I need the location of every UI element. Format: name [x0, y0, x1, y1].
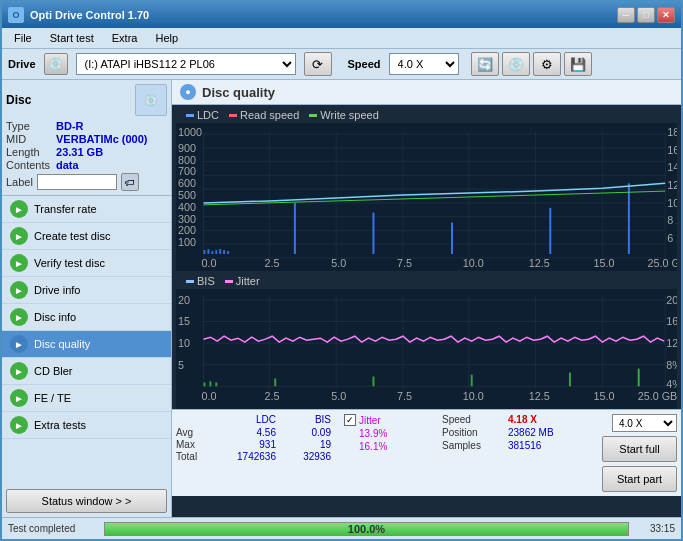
- disc-quality-icon: ►: [10, 335, 28, 353]
- test-speed-select[interactable]: 4.0 X: [612, 414, 677, 432]
- svg-text:12.5: 12.5: [529, 257, 550, 269]
- svg-text:5.0: 5.0: [331, 257, 346, 269]
- avg-jitter: 13.9%: [359, 428, 434, 439]
- jitter-legend-dot: [225, 280, 233, 283]
- disc-quality-title: Disc quality: [202, 85, 275, 100]
- samples-label: Samples: [442, 440, 507, 451]
- window-title: Opti Drive Control 1.70: [30, 9, 149, 21]
- max-jitter: 16.1%: [359, 441, 434, 452]
- svg-text:14 X: 14 X: [667, 161, 677, 173]
- svg-text:10 X: 10 X: [667, 197, 677, 209]
- sidebar-item-verify-test-disc[interactable]: ► Verify test disc: [2, 250, 171, 277]
- bottom-chart-legend: BIS Jitter: [176, 273, 677, 289]
- sidebar-item-disc-info[interactable]: ► Disc info: [2, 304, 171, 331]
- stats-rows: Avg 4.56 0.09 Max 931 19 Total 1742636 3…: [176, 427, 336, 462]
- type-value: BD-R: [56, 120, 167, 132]
- sidebar-item-transfer-rate[interactable]: ► Transfer rate: [2, 196, 171, 223]
- progress-status: Test completed: [8, 523, 98, 534]
- drive-select[interactable]: (I:) ATAPI iHBS112 2 PL06: [76, 53, 296, 75]
- maximize-button[interactable]: □: [637, 7, 655, 23]
- sidebar-item-fe-te[interactable]: ► FE / TE: [2, 385, 171, 412]
- start-full-button[interactable]: Start full: [602, 436, 677, 462]
- right-panel: ● Disc quality LDC Read speed W: [172, 80, 681, 517]
- speed-select[interactable]: 4.0 X: [389, 53, 459, 75]
- bis-col-header: BIS: [276, 414, 331, 425]
- minimize-button[interactable]: ─: [617, 7, 635, 23]
- svg-text:0.0: 0.0: [202, 257, 217, 269]
- contents-label: Contents: [6, 159, 50, 171]
- status-window-label: Status window > >: [42, 495, 132, 507]
- position-row: Position 23862 MB: [442, 427, 594, 438]
- sidebar: Disc 💿 Type BD-R MID VERBATIMc (000) Len…: [2, 80, 172, 517]
- svg-text:200: 200: [178, 224, 196, 236]
- drive-info-label: Drive info: [34, 284, 80, 296]
- length-value: 23.31 GB: [56, 146, 167, 158]
- extra-tests-label: Extra tests: [34, 419, 86, 431]
- title-buttons: ─ □ ✕: [617, 7, 675, 23]
- drive-refresh-button[interactable]: ⟳: [304, 52, 332, 76]
- disc-icon-button[interactable]: 💿: [502, 52, 530, 76]
- svg-text:25.0 GB: 25.0 GB: [648, 257, 677, 269]
- sidebar-item-drive-info[interactable]: ► Drive info: [2, 277, 171, 304]
- svg-text:15: 15: [178, 315, 190, 327]
- progress-bar-outer: 100.0%: [104, 522, 629, 536]
- disc-info-grid: Type BD-R MID VERBATIMc (000) Length 23.…: [6, 120, 167, 171]
- status-window-button[interactable]: Status window > >: [6, 489, 167, 513]
- fe-te-label: FE / TE: [34, 392, 71, 404]
- svg-text:7.5: 7.5: [397, 257, 412, 269]
- mid-label: MID: [6, 133, 50, 145]
- disc-quality-header-icon: ●: [180, 84, 196, 100]
- bis-legend: BIS: [186, 275, 215, 287]
- speed-label: Speed: [348, 58, 381, 70]
- svg-text:600: 600: [178, 177, 196, 189]
- svg-text:16 X: 16 X: [667, 144, 677, 156]
- action-area: 4.0 X Start full Start part: [602, 414, 677, 492]
- svg-rect-39: [219, 249, 221, 254]
- progress-time: 33:15: [635, 523, 675, 534]
- title-bar: O Opti Drive Control 1.70 ─ □ ✕: [2, 2, 681, 28]
- speed-label: Speed: [442, 414, 507, 425]
- svg-text:7.5: 7.5: [397, 390, 412, 402]
- svg-text:15.0: 15.0: [594, 257, 615, 269]
- disc-info-label: Disc info: [34, 311, 76, 323]
- type-label: Type: [6, 120, 50, 132]
- avg-ldc: 4.56: [221, 427, 276, 438]
- jitter-stats: ✓ Jitter 13.9% 16.1%: [344, 414, 434, 492]
- sidebar-item-disc-quality[interactable]: ► Disc quality: [2, 331, 171, 358]
- app-icon: O: [8, 7, 24, 23]
- extra-tests-icon: ►: [10, 416, 28, 434]
- position-value: 23862 MB: [508, 427, 568, 438]
- ldc-legend-dot: [186, 114, 194, 117]
- sidebar-item-extra-tests[interactable]: ► Extra tests: [2, 412, 171, 439]
- svg-text:10.0: 10.0: [463, 257, 484, 269]
- svg-text:18 X: 18 X: [667, 126, 677, 138]
- sidebar-item-create-test-disc[interactable]: ► Create test disc: [2, 223, 171, 250]
- svg-text:8 X: 8 X: [667, 215, 677, 227]
- menu-file[interactable]: File: [6, 30, 40, 46]
- svg-rect-36: [207, 249, 209, 254]
- label-icon-button[interactable]: 🏷: [121, 173, 139, 191]
- sidebar-item-cd-bler[interactable]: ► CD Bler: [2, 358, 171, 385]
- settings-button[interactable]: ⚙: [533, 52, 561, 76]
- label-input[interactable]: [37, 174, 117, 190]
- close-button[interactable]: ✕: [657, 7, 675, 23]
- ldc-col-header: LDC: [221, 414, 276, 425]
- max-bis: 19: [276, 439, 331, 450]
- svg-rect-45: [549, 208, 551, 254]
- svg-text:12 X: 12 X: [667, 179, 677, 191]
- svg-text:12.5: 12.5: [529, 390, 550, 402]
- svg-text:2.5: 2.5: [264, 390, 279, 402]
- menu-help[interactable]: Help: [147, 30, 186, 46]
- jitter-checkbox[interactable]: ✓: [344, 414, 356, 426]
- start-part-button[interactable]: Start part: [602, 466, 677, 492]
- menu-extra[interactable]: Extra: [104, 30, 146, 46]
- save-button[interactable]: 💾: [564, 52, 592, 76]
- length-label: Length: [6, 146, 50, 158]
- stats-bar: LDC BIS Avg 4.56 0.09 Max 931 19 Total 1…: [172, 409, 681, 496]
- svg-text:1000: 1000: [178, 126, 202, 138]
- ldc-bis-stats: LDC BIS Avg 4.56 0.09 Max 931 19 Total 1…: [176, 414, 336, 492]
- drive-label: Drive: [8, 58, 36, 70]
- disc-icon: 💿: [135, 84, 167, 116]
- menu-start-test[interactable]: Start test: [42, 30, 102, 46]
- refresh-drives-button[interactable]: 🔄: [471, 52, 499, 76]
